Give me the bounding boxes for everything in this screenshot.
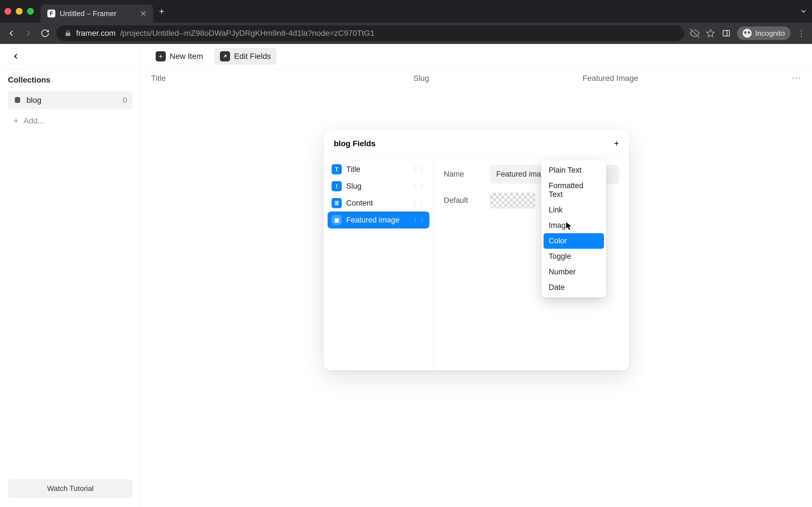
column-more-icon[interactable]: ··· — [792, 74, 802, 83]
field-type-option[interactable]: Date — [544, 280, 604, 295]
browser-tab[interactable]: F Untitled – Framer ✕ — [41, 4, 153, 22]
default-label: Default — [444, 196, 483, 205]
plus-icon: + — [13, 116, 18, 126]
collection-count: 0 — [123, 96, 127, 105]
field-row-title[interactable]: T Title ⋮⋮ — [327, 161, 429, 178]
fields-list: T Title ⋮⋮ / Slug ⋮⋮ ≣ Content ⋮⋮ — [324, 157, 434, 371]
collections-heading: Collections — [8, 75, 133, 84]
new-tab-button[interactable]: + — [159, 6, 164, 17]
drag-handle-icon[interactable]: ⋮⋮ — [412, 216, 425, 224]
incognito-indicator[interactable]: Incognito — [737, 26, 791, 40]
field-type-option[interactable]: Number — [544, 264, 604, 280]
database-icon — [13, 96, 21, 104]
collection-item-blog[interactable]: blog 0 — [8, 91, 133, 109]
maximize-window-button[interactable] — [27, 8, 34, 15]
field-type-option[interactable]: Image — [544, 218, 604, 233]
column-slug: Slug — [413, 74, 582, 83]
field-row-slug[interactable]: / Slug ⋮⋮ — [327, 178, 429, 194]
add-collection-button[interactable]: + Add... — [8, 112, 133, 130]
default-image-preview[interactable] — [490, 193, 535, 209]
field-label: Title — [346, 165, 360, 174]
collection-label: blog — [27, 96, 42, 105]
tab-overflow-icon[interactable] — [800, 7, 808, 15]
column-featured-image: Featured Image — [582, 74, 792, 83]
reload-button[interactable] — [40, 29, 51, 38]
column-title: Title — [151, 74, 413, 83]
drag-handle-icon[interactable]: ⋮⋮ — [412, 200, 425, 207]
svg-marker-0 — [707, 30, 714, 37]
minimize-window-button[interactable] — [16, 8, 22, 15]
incognito-icon — [743, 29, 752, 38]
field-type-menu: Plain TextFormatted TextLinkImageColorTo… — [541, 160, 606, 297]
edit-fields-label: Edit Fields — [234, 52, 271, 61]
close-window-button[interactable] — [4, 8, 11, 15]
tab-title: Untitled – Framer — [60, 9, 136, 18]
browser-toolbar: framer.com/projects/Untitled--mZ98oDWaPJ… — [0, 22, 812, 44]
field-row-featured-image[interactable]: ▣ Featured image ⋮⋮ — [327, 212, 429, 228]
kebab-menu-icon[interactable]: ⋮ — [796, 29, 806, 38]
main-area: New Item Edit Fields Title Slug Featured… — [141, 44, 812, 507]
image-field-icon: ▣ — [332, 215, 342, 225]
address-bar[interactable]: framer.com/projects/Untitled--mZ98oDWaPJ… — [56, 25, 684, 41]
field-label: Slug — [346, 182, 361, 191]
name-label: Name — [444, 170, 483, 179]
app-back-button[interactable] — [8, 48, 24, 64]
drag-handle-icon[interactable]: ⋮⋮ — [412, 182, 425, 190]
browser-tab-strip: F Untitled – Framer ✕ + — [0, 0, 812, 22]
edit-square-icon — [220, 51, 230, 61]
bookmark-star-icon[interactable] — [705, 29, 716, 38]
field-type-option[interactable]: Formatted Text — [544, 178, 604, 202]
modal-title: blog Fields — [334, 139, 375, 148]
content-toolbar: New Item Edit Fields — [141, 44, 812, 69]
sidebar: Collections blog 0 + Add... Watch Tutori… — [0, 44, 141, 507]
plus-square-icon — [156, 51, 166, 61]
eye-off-icon[interactable] — [690, 29, 700, 38]
field-row-content[interactable]: ≣ Content ⋮⋮ — [327, 194, 429, 212]
field-type-option[interactable]: Color — [544, 233, 604, 249]
tab-favicon: F — [47, 10, 55, 17]
content-field-icon: ≣ — [332, 198, 342, 208]
incognito-label: Incognito — [755, 29, 785, 38]
field-type-option[interactable]: Plain Text — [544, 163, 604, 178]
slug-field-icon: / — [332, 181, 342, 191]
watch-tutorial-button[interactable]: Watch Tutorial — [8, 479, 133, 498]
field-label: Content — [346, 199, 373, 208]
field-label: Featured image — [346, 216, 400, 224]
url-host: framer.com — [76, 29, 116, 38]
new-item-label: New Item — [170, 52, 203, 61]
add-label: Add... — [24, 116, 44, 125]
content-column-headers: Title Slug Featured Image ··· — [141, 69, 812, 88]
add-field-button[interactable]: + — [614, 138, 619, 149]
close-tab-icon[interactable]: ✕ — [140, 9, 147, 18]
url-path: /projects/Untitled--mZ98oDWaPJyDRgKHm9n8… — [120, 29, 374, 38]
window-controls — [4, 8, 34, 15]
watch-tutorial-label: Watch Tutorial — [47, 484, 94, 493]
forward-button[interactable] — [22, 29, 34, 38]
drag-handle-icon[interactable]: ⋮⋮ — [412, 166, 425, 173]
text-field-icon: T — [332, 164, 342, 174]
edit-fields-button[interactable]: Edit Fields — [214, 48, 276, 65]
panel-icon[interactable] — [721, 29, 731, 38]
svg-rect-1 — [723, 31, 730, 36]
back-button[interactable] — [6, 29, 17, 38]
field-type-option[interactable]: Toggle — [544, 249, 604, 264]
new-item-button[interactable]: New Item — [150, 48, 209, 65]
field-type-option[interactable]: Link — [544, 202, 604, 218]
lock-icon — [64, 30, 71, 37]
